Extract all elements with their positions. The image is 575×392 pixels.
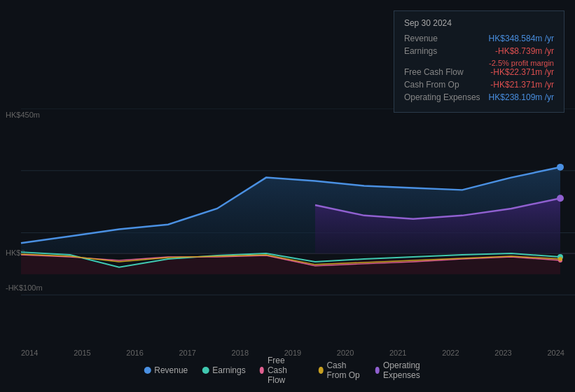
legend-free-cash-flow: Free Cash Flow xyxy=(260,356,305,385)
legend-dot-cfo xyxy=(319,367,323,374)
tooltip-free-cash-flow: Free Cash Flow -HK$22.371m /yr xyxy=(404,67,554,77)
svg-point-6 xyxy=(557,195,564,202)
chart-area xyxy=(0,108,575,357)
tooltip-earnings: Earnings -HK$8.739m /yr xyxy=(404,46,554,56)
data-tooltip: Sep 30 2024 Revenue HK$348.584m /yr Earn… xyxy=(394,10,564,113)
legend-dot-revenue xyxy=(144,367,151,374)
x-label-2016: 2016 xyxy=(126,349,143,357)
legend-dot-earnings xyxy=(202,367,209,374)
x-label-2023: 2023 xyxy=(494,349,511,357)
legend-label-fcf: Free Cash Flow xyxy=(268,356,305,385)
chart-legend: Revenue Earnings Free Cash Flow Cash Fro… xyxy=(144,356,431,385)
legend-dot-opex xyxy=(375,367,380,374)
legend-operating-expenses: Operating Expenses xyxy=(375,360,431,380)
tooltip-cash-from-op: Cash From Op -HK$21.371m /yr xyxy=(404,80,554,90)
tooltip-operating-expenses: Operating Expenses HK$238.109m /yr xyxy=(404,92,554,102)
legend-revenue: Revenue xyxy=(144,365,188,375)
x-label-2014: 2014 xyxy=(21,349,38,357)
legend-label-revenue: Revenue xyxy=(154,365,188,375)
x-label-2024: 2024 xyxy=(547,349,564,357)
legend-cash-from-op: Cash From Op xyxy=(319,360,361,380)
legend-label-cfo: Cash From Op xyxy=(326,360,361,380)
svg-point-5 xyxy=(557,164,564,171)
x-label-2015: 2015 xyxy=(74,349,90,357)
tooltip-revenue: Revenue HK$348.584m /yr xyxy=(404,34,554,43)
chart-svg xyxy=(0,108,575,357)
legend-label-earnings: Earnings xyxy=(212,365,245,375)
legend-dot-fcf xyxy=(260,367,264,374)
svg-point-9 xyxy=(558,257,562,261)
x-label-2022: 2022 xyxy=(442,349,459,357)
legend-label-opex: Operating Expenses xyxy=(383,360,431,380)
tooltip-date: Sep 30 2024 xyxy=(404,18,554,28)
legend-earnings: Earnings xyxy=(202,365,245,375)
tooltip-profit-margin: -2.5% profit margin xyxy=(404,59,554,67)
